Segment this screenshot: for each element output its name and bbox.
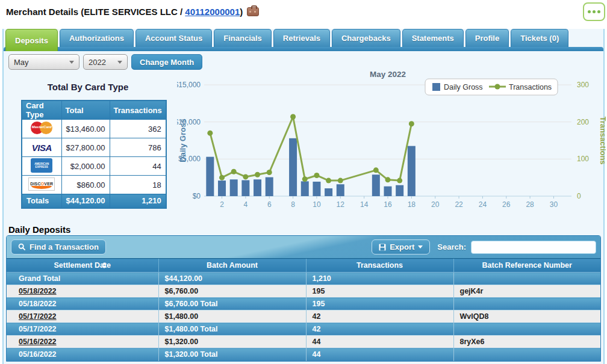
- tab-authorizations[interactable]: Authorizations: [60, 29, 134, 47]
- title-prefix: Merchant Details (: [6, 7, 84, 17]
- svg-text:22: 22: [455, 200, 463, 209]
- svg-text:0: 0: [577, 192, 581, 200]
- transactions-column-header[interactable]: Transactions: [306, 259, 453, 273]
- card-totals-row: Totals $44,120.00 1,210: [22, 194, 166, 208]
- svg-text:8: 8: [291, 200, 295, 209]
- deposit-total-row: Grand Total$44,120.001,210: [7, 273, 600, 285]
- svg-text:28: 28: [526, 200, 534, 209]
- discover-icon: DISCOVER: [28, 177, 55, 191]
- tab-bar: DepositsAuthorizationsAccount StatusFina…: [4, 29, 603, 51]
- row-transactions: 42: [306, 323, 453, 336]
- row-transactions: 195: [306, 285, 453, 298]
- tab-deposits[interactable]: Deposits: [5, 29, 58, 51]
- svg-text:2: 2: [220, 200, 224, 209]
- svg-text:18: 18: [408, 200, 416, 209]
- month-select[interactable]: May: [8, 54, 79, 70]
- svg-text:6: 6: [267, 200, 272, 209]
- batch-ref-header[interactable]: Batch Reference Number: [453, 259, 600, 273]
- visa-icon: VISA: [32, 143, 52, 153]
- dot-icon: [593, 10, 596, 13]
- svg-text:30: 30: [550, 200, 558, 209]
- left-axis-title: Daily Gross: [178, 119, 187, 162]
- svg-text:$15,000: $15,000: [177, 81, 201, 89]
- chevron-down-icon: [69, 61, 74, 64]
- card-transactions: 362: [110, 120, 166, 138]
- page-header: Merchant Details (ELITE SERVICES LLC / 4…: [0, 0, 607, 28]
- row-transactions: 44: [306, 348, 453, 361]
- amex-icon: AMERICANEXPRESS: [31, 158, 52, 173]
- svg-text:24: 24: [479, 200, 487, 209]
- search-label: Search:: [437, 242, 466, 251]
- search-input[interactable]: [471, 241, 596, 254]
- tab-chargebacks[interactable]: Chargebacks: [332, 29, 400, 47]
- export-label: Export: [390, 242, 414, 251]
- row-transactions: 44: [306, 336, 453, 348]
- deposits-toolbar: Find a Transaction Export Search:: [7, 236, 600, 258]
- svg-text:26: 26: [502, 200, 511, 209]
- tab-tickets-0[interactable]: Tickets (0): [511, 29, 568, 47]
- row-ref: WvlQD8: [453, 310, 600, 323]
- tab-retrievals[interactable]: Retrievals: [273, 29, 330, 47]
- deposit-detail-row: 05/17/2022$1,480.0042WvlQD8: [7, 310, 600, 323]
- title-suffix: ): [240, 7, 243, 17]
- card-type-row: DISCOVER$860.0018: [22, 176, 166, 194]
- row-transactions: 42: [306, 310, 453, 323]
- totals-label: Totals: [22, 194, 61, 208]
- card-transactions: 18: [110, 176, 166, 194]
- svg-text:$0: $0: [193, 192, 201, 200]
- card-total: $860.00: [61, 176, 110, 194]
- card-transactions: 786: [110, 138, 166, 157]
- tab-profile[interactable]: Profile: [465, 29, 509, 47]
- ellipsis-menu-button[interactable]: [583, 2, 605, 21]
- row-date: Grand Total: [19, 274, 60, 283]
- row-amount: $6,760.00: [158, 285, 306, 298]
- batch-amount-header[interactable]: Batch Amount: [158, 259, 306, 273]
- card-transactions: 44: [110, 157, 166, 176]
- daily-deposits-widget: Find a Transaction Export Search: Settle…: [6, 235, 601, 362]
- find-transaction-label: Find a Transaction: [30, 242, 99, 251]
- svg-text:4: 4: [244, 200, 248, 209]
- row-amount: $1,480.00 Total: [158, 323, 306, 336]
- tab-statements[interactable]: Statements: [402, 29, 464, 47]
- daily-gross-bars: [206, 138, 416, 196]
- row-amount: $6,760.00 Total: [158, 298, 306, 310]
- row-ref: [453, 348, 600, 361]
- export-button[interactable]: Export: [372, 239, 430, 254]
- deposit-detail-row: 05/18/2022$6,760.00195gejK4r: [7, 285, 600, 298]
- settlement-date-link[interactable]: 05/18/2022: [19, 287, 57, 295]
- settlement-date-link[interactable]: 05/17/2022: [19, 312, 57, 321]
- card-total: $27,800.00: [61, 138, 110, 157]
- card-type-row: VISA$27,800.00786: [22, 138, 166, 157]
- year-select[interactable]: 2022: [83, 54, 128, 70]
- svg-text:Daily Gross: Daily Gross: [444, 83, 483, 91]
- merchant-id-link[interactable]: 40112000001: [185, 7, 240, 17]
- row-date: 05/18/2022: [19, 300, 57, 308]
- tab-financials[interactable]: Financials: [214, 29, 272, 47]
- mastercard-icon: MasterCard: [28, 120, 55, 136]
- deposit-total-row: 05/17/2022$1,480.00 Total42: [7, 323, 600, 336]
- chart-title: May 2022: [370, 70, 406, 79]
- row-amount: $44,120.00: [158, 273, 306, 285]
- tabs: DepositsAuthorizationsAccount StatusFina…: [5, 29, 568, 51]
- deposits-table: Settlement Date Batch Amount Transaction…: [7, 258, 600, 361]
- svg-text:200: 200: [577, 118, 589, 126]
- dot-icon: [588, 10, 591, 13]
- chevron-down-icon: [117, 61, 122, 64]
- transactions-header: Transactions: [110, 100, 166, 120]
- find-transaction-button[interactable]: Find a Transaction: [11, 239, 106, 254]
- row-amount: $1,320.00 Total: [158, 348, 306, 361]
- merchant-panel: DepositsAuthorizationsAccount StatusFina…: [2, 29, 605, 364]
- card-type-header: Card Type: [22, 100, 61, 120]
- search-icon: [18, 243, 26, 251]
- deposit-detail-row: 05/16/2022$1,320.00448ryXe6: [7, 336, 600, 348]
- chart-legend: Daily GrossTransactions: [425, 79, 558, 95]
- title-separator: /: [178, 7, 185, 17]
- caret-down-icon: [418, 245, 423, 248]
- transactions-line: [207, 114, 414, 184]
- row-amount: $1,480.00: [158, 310, 306, 323]
- sort-updown-icon[interactable]: [102, 262, 107, 268]
- totals-transactions: 1,210: [110, 194, 166, 208]
- tab-account-status[interactable]: Account Status: [135, 29, 212, 47]
- settlement-date-link[interactable]: 05/16/2022: [19, 338, 57, 346]
- settlement-date-header[interactable]: Settlement Date: [7, 259, 158, 273]
